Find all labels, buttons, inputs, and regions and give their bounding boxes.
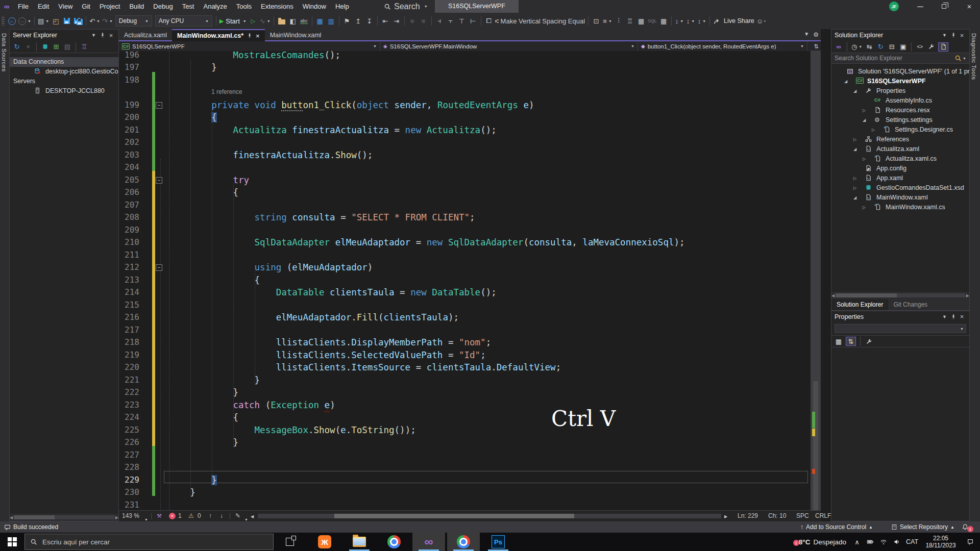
code-line-200[interactable]: 200 { — [119, 111, 811, 124]
vertical-spacing-3-button[interactable]: ↕▼ — [696, 15, 707, 27]
show-data-sources-button[interactable]: ▦ — [635, 15, 647, 27]
solution-search-box[interactable]: Search Solution Explorer ▼ — [831, 53, 969, 64]
code-line-220[interactable]: 220 llistaClients.ItemsSource = clientsT… — [119, 361, 811, 374]
menu-item-file[interactable]: File — [13, 0, 33, 13]
menu-item-analyze[interactable]: Analyze — [199, 0, 231, 13]
code-line-211[interactable]: 211 — [119, 249, 811, 262]
code-line-208[interactable]: 208 string consulta = "SELECT * FROM CLI… — [119, 211, 811, 224]
hidden-icons-button[interactable]: ∧ — [850, 533, 864, 551]
undo-button[interactable]: ↶▼ — [88, 15, 101, 27]
start-button[interactable] — [0, 533, 24, 551]
code-line-219[interactable]: 219 llistaClients.SelectedValuePath = "I… — [119, 349, 811, 362]
code-line-215[interactable]: 215 — [119, 299, 811, 312]
expand-collapse-icon[interactable]: ⇅ — [814, 43, 819, 50]
fold-marker[interactable]: − — [156, 177, 162, 184]
collapse-icon[interactable]: ◢ — [853, 193, 856, 203]
scroll-right-icon[interactable]: ▶ — [724, 511, 727, 522]
open-file-button[interactable]: ◰ — [50, 15, 61, 27]
tree-item-servers[interactable]: Servers — [10, 77, 118, 86]
close-icon[interactable]: × — [958, 313, 966, 321]
feedback-icon[interactable] — [4, 524, 11, 531]
save-all-button[interactable] — [72, 15, 84, 27]
hierarchy-button[interactable]: ♖ — [624, 15, 635, 27]
view-code-button[interactable]: <> — [915, 42, 925, 52]
code-line-214[interactable]: 214 DataTable clientsTaula = new DataTab… — [119, 286, 811, 299]
tree-item-app-config[interactable]: App.config — [831, 164, 969, 173]
restore-button[interactable] — [935, 0, 952, 13]
align-tops-button[interactable]: ⊤ — [456, 15, 468, 27]
scroll-left-icon[interactable]: ◀ — [251, 511, 254, 522]
collapse-icon[interactable]: ◢ — [853, 86, 856, 96]
taskbar-app-photoshop[interactable]: Ps — [482, 533, 514, 551]
pencil-icon[interactable]: ✎ — [235, 511, 240, 521]
tab-git-changes[interactable]: Git Changes — [888, 299, 933, 310]
tree-item-actualitza-xaml-cs[interactable]: ▷Actualitza.xaml.cs — [831, 154, 969, 164]
tree-item-properties[interactable]: ◢Properties — [831, 86, 969, 96]
diagnostic-tools-tab[interactable]: Diagnostic Tools — [970, 29, 978, 84]
close-icon[interactable]: × — [958, 31, 966, 39]
clock[interactable]: 22:05 18/11/2023 — [921, 535, 961, 549]
decrease-indent-button[interactable]: ⇤ — [380, 15, 391, 27]
menu-item-git[interactable]: Git — [77, 0, 95, 13]
add-sharepoint-button[interactable]: ♖ — [79, 42, 89, 52]
code-line-224[interactable]: 224 { — [119, 411, 811, 424]
make-vertical-spacing-equal-button[interactable]: ⑆Make Vertical Spacing Equal — [495, 15, 586, 27]
code-line-230[interactable]: 230 } — [119, 486, 811, 499]
hscrollbar-thumb[interactable] — [334, 514, 574, 518]
menu-item-view[interactable]: View — [54, 0, 77, 13]
avatar[interactable]: JF — [889, 2, 899, 11]
menu-item-tools[interactable]: Tools — [232, 0, 256, 13]
pin-icon[interactable] — [247, 33, 253, 39]
notifications-button[interactable]: 1 — [958, 521, 977, 533]
health-indicator-icon[interactable]: ⚒ — [157, 511, 162, 521]
minimize-button[interactable]: ─ — [912, 0, 929, 13]
code-line-223[interactable]: 223 catch (Exception e) — [119, 399, 811, 412]
new-project-button[interactable]: ▤▼ — [37, 15, 50, 27]
vertical-spacing-2-button[interactable]: ↕▼ — [685, 15, 696, 27]
tree-item-references[interactable]: ▷References — [831, 135, 969, 144]
code-line-206[interactable]: 206 { — [119, 186, 811, 199]
add-collaborator-button[interactable]: ☺+ — [755, 15, 767, 27]
data-sources-tab[interactable]: Data Sources — [0, 29, 8, 76]
codelens-references[interactable]: 1 reference — [119, 86, 811, 99]
start-without-debug-button[interactable]: ▷ — [248, 15, 259, 27]
close-icon[interactable]: × — [107, 31, 115, 39]
task-view-button[interactable] — [278, 533, 302, 551]
chevron-down-icon[interactable]: ▼ — [940, 313, 949, 321]
chevron-down-icon[interactable]: ▼ — [89, 31, 98, 39]
scroll-right-icon[interactable]: ▶ — [966, 293, 969, 298]
code-line-203[interactable]: 203 finestraActualitza.Show(); — [119, 149, 811, 162]
make-same-size-button[interactable]: ⧠ — [483, 15, 495, 27]
weather-widget[interactable]: 1 8°C Despejado — [792, 538, 850, 546]
spell-check-button[interactable]: abc — [299, 15, 310, 27]
editor-vscrollbar[interactable] — [811, 51, 821, 510]
fold-marker[interactable]: − — [156, 264, 162, 271]
warning-icon[interactable]: ⚠ — [188, 511, 194, 521]
code-line-209[interactable]: 209 — [119, 224, 811, 237]
fold-marker[interactable]: − — [156, 102, 162, 109]
code-line-204[interactable]: 204 — [119, 161, 811, 174]
properties-shortcut-button[interactable]: ▣ — [898, 42, 908, 52]
close-button[interactable]: × — [961, 0, 978, 13]
tree-item-solution-s16sqlserverwpf-1-of-1-project-[interactable]: Solution 'S16SQLServerWPF' (1 of 1 proje… — [831, 67, 969, 77]
pin-icon[interactable] — [949, 31, 958, 39]
menu-item-window[interactable]: Window — [298, 0, 331, 13]
taskbar-app-chrome-profile[interactable] — [447, 533, 480, 551]
comment-button[interactable]: ≡ — [407, 15, 418, 27]
menu-item-build[interactable]: Build — [125, 0, 149, 13]
show-all-files-button[interactable] — [937, 42, 949, 52]
expand-icon[interactable]: ▷ — [863, 203, 866, 212]
tree-item-assemblyinfo-cs[interactable]: C#AssemblyInfo.cs — [831, 96, 969, 106]
code-line-213[interactable]: 213 { — [119, 274, 811, 287]
tree-item-mainwindow-xaml-cs[interactable]: ▷MainWindow.xaml.cs — [831, 203, 969, 212]
start-debug-button[interactable]: ▶Start▼ — [218, 15, 248, 27]
editor-hscrollbar[interactable] — [258, 514, 721, 518]
tab-actualitza-xaml[interactable]: Actualitza.xaml — [119, 29, 172, 41]
taskbar-app-visual-studio[interactable]: ∞ — [412, 533, 445, 551]
code-line-201[interactable]: 201 Actualitza finestraActualitza = new … — [119, 124, 811, 137]
uncomment-button[interactable]: ≡ — [418, 15, 429, 27]
breadcrumb-project[interactable]: C# S16SQLServerWPF▼ — [119, 41, 380, 51]
expand-icon[interactable]: ▷ — [863, 154, 866, 164]
property-pages-button[interactable] — [864, 336, 874, 346]
gear-icon[interactable]: ⚙ — [813, 31, 819, 38]
